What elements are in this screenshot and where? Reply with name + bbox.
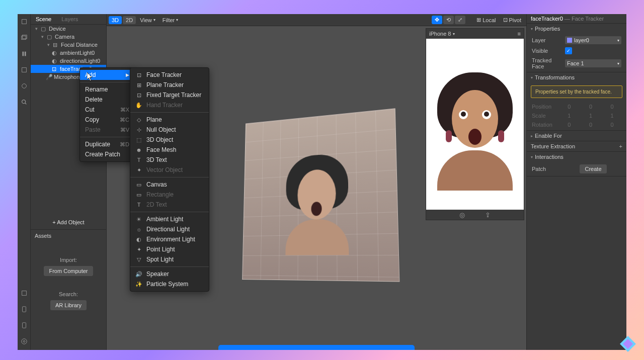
section-texture-extraction[interactable]: Texture Extraction+ [527,141,626,151]
rail-test-icon[interactable] [21,306,28,313]
svg-point-7 [22,100,25,104]
rail-box-icon[interactable] [21,66,28,73]
submenu-particle-system[interactable]: ✨Particle System [130,279,209,289]
mode-3d-button[interactable]: 3D [109,16,122,24]
visible-label: Visible [532,48,561,54]
app-window: Scene Layers ▾▢Device ▾▢Camera ▾⊟Focal D… [18,14,626,350]
menu-add[interactable]: Add▶ [80,70,134,80]
scale-tool-button[interactable]: ⤢ [455,16,465,24]
menu-copy[interactable]: Copy⌘C [80,115,134,125]
rail-pause-icon[interactable] [21,50,28,57]
visible-checkbox[interactable]: ✓ [565,47,572,54]
rail-upload-icon[interactable] [21,322,28,329]
section-transformations[interactable]: ▾Transformations [527,72,626,82]
submenu-face-mesh[interactable]: ☻Face Mesh [130,145,209,155]
spot-light-icon: ▽ [135,256,142,263]
pivot-toggle[interactable]: ⊡Pivot [500,16,524,24]
rail-export-icon[interactable] [21,290,28,297]
menu-paste: Paste⌘V [80,125,134,135]
tree-label: ambientLight0 [60,50,95,56]
section-interactions[interactable]: ▾Interactions [527,152,626,162]
submenu-spot-light[interactable]: ▽Spot Light [130,254,209,264]
plane-icon: ◇ [135,116,142,123]
create-patch-button[interactable]: Create [580,164,606,173]
submenu-face-tracker[interactable]: ⊡Face Tracker [130,70,209,80]
tree-label: Focal Distance [61,42,98,48]
local-toggle[interactable]: ⊞Local [473,16,499,24]
tracked-face-dropdown[interactable]: Face 1▾ [565,59,621,67]
submenu-2d-text: T2D Text [130,200,209,210]
menu-cut[interactable]: Cut⌘X [80,105,134,115]
tab-layers[interactable]: Layers [56,14,83,24]
submenu-3d-object[interactable]: ⬚3D Object [130,135,209,145]
submenu-null-object[interactable]: ⊹Null Object [130,125,209,135]
submenu-directional-light[interactable]: ☼Directional Light [130,224,209,234]
tab-scene[interactable]: Scene [31,14,56,24]
preview-menu-icon[interactable]: ≡ [518,31,521,37]
obj3d-icon: ⬚ [135,136,142,143]
rail-settings-icon[interactable] [21,338,28,345]
submenu-plane[interactable]: ◇Plane [130,115,209,125]
ambient-light-icon: ☀ [135,216,142,223]
move-tool-button[interactable]: ✥ [432,16,442,24]
svg-point-6 [22,84,26,88]
rail-cube-icon[interactable] [21,18,28,25]
menu-create-patch[interactable]: Create Patch [80,149,134,159]
import-label: Import: [35,257,102,263]
text2d-icon: T [135,201,142,208]
tracked-face-label: Tracked Face [532,57,561,69]
rotate-tool-button[interactable]: ⟲ [443,16,454,24]
tree-camera[interactable]: ▾▢Camera [31,33,106,41]
tree-directional-light[interactable]: ◐directionalLight0 [31,57,106,65]
person-icon[interactable]: ⇪ [485,211,491,219]
submenu-plane-tracker[interactable]: ⊞Plane Tracker [130,80,209,90]
submenu-3d-text[interactable]: T3D Text [130,155,209,165]
add-texture-icon[interactable]: + [619,143,622,149]
submenu-environment-light[interactable]: ◐Environment Light [130,234,209,244]
svg-rect-3 [22,52,24,56]
tree-focal-distance[interactable]: ▾⊟Focal Distance [31,41,106,49]
face-mesh-icon: ☻ [135,146,142,153]
canvas-icon: ▭ [135,181,142,188]
submenu-fixed-target-tracker[interactable]: ⊡Fixed Target Tracker [130,90,209,100]
import-from-computer-button[interactable]: From Computer [44,266,93,276]
menu-duplicate[interactable]: Duplicate⌘D [80,139,134,149]
svg-rect-0 [22,20,26,24]
submenu-hand-tracker: ✋Hand Tracker [130,100,209,110]
rail-layers-icon[interactable] [21,34,28,41]
view-dropdown[interactable]: View▾ [137,16,158,24]
point-light-icon: ✦ [135,246,142,253]
submenu-ambient-light[interactable]: ☀Ambient Light [130,214,209,224]
svg-rect-10 [22,307,26,312]
add-submenu: ⊡Face Tracker ⊞Plane Tracker ⊡Fixed Targ… [130,67,209,292]
section-enable-for[interactable]: ▸Enable For [527,131,626,141]
submenu-speaker[interactable]: 🔊Speaker [130,269,209,279]
rail-search-icon[interactable] [21,99,28,106]
device-select[interactable]: iPhone 8▾ [429,31,455,37]
layer-dropdown[interactable]: layer0▾ [565,36,621,44]
plane-tracker-icon: ⊞ [135,81,142,88]
inspector-panel: faceTracker0 — Face Tracker ▾Properties … [527,14,626,350]
null-icon: ⊹ [135,126,142,133]
svg-line-8 [25,103,26,105]
object-name: faceTracker0 [531,16,563,22]
submenu-point-light[interactable]: ✦Point Light [130,244,209,254]
menu-rename[interactable]: Rename [80,84,134,95]
tree-ambient-light[interactable]: ◐ambientLight0 [31,49,106,57]
filter-dropdown[interactable]: Filter▾ [159,16,181,24]
viewport-toolbar: 3D 2D View▾ Filter▾ ✥ ⟲ ⤢ ⊞Local ⊡Pivot [107,14,526,26]
capture-icon[interactable]: ◎ [459,211,465,219]
rail-patch-icon[interactable] [21,82,28,89]
submenu-vector-object: ✦Vector Object [130,165,209,175]
mode-2d-button[interactable]: 2D [123,16,136,24]
tree-label: directionalLight0 [60,58,100,64]
tree-label: Microphone [54,74,83,80]
add-object-button[interactable]: + Add Object [31,215,106,229]
ar-library-button[interactable]: AR Library [50,300,87,310]
section-properties[interactable]: ▾Properties [527,24,626,34]
tree-device[interactable]: ▾▢Device [31,25,106,33]
menu-delete[interactable]: Delete [80,95,134,105]
environment-light-icon: ◐ [135,236,142,243]
bottom-drawer-handle[interactable] [218,345,415,350]
submenu-canvas[interactable]: ▭Canvas [130,179,209,190]
